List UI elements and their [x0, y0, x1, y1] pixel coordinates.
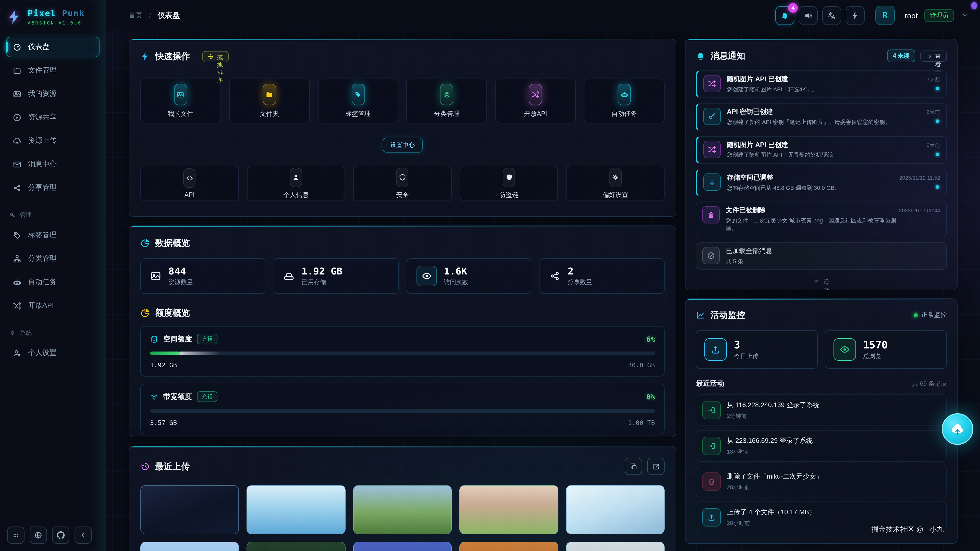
settings-tile[interactable]: 防盗链 [460, 166, 558, 201]
tile-icon [177, 91, 185, 98]
sidebar-item-icon [13, 160, 21, 168]
notification-time: 2025/11/12 00:44 [899, 207, 940, 213]
stat-value: 844 [169, 265, 193, 276]
stat-card: 1.6K 访问次数 [407, 258, 531, 294]
activity-stat-label: 今日上传 [734, 352, 759, 360]
notification-item[interactable]: 随机图片 API 已创建 您创建了随机图片 API「精选4K」。 2天前 [696, 70, 947, 98]
sidebar-item-icon [13, 254, 21, 263]
website-button[interactable] [30, 527, 47, 544]
notifications-button[interactable]: 4 [775, 6, 794, 25]
bell-icon [696, 51, 705, 61]
upload-thumbnail[interactable] [566, 485, 665, 534]
notification-item[interactable]: 已加载全部消息 共 5 条 [696, 242, 947, 270]
sidebar-item-label: 标签管理 [28, 230, 57, 240]
notification-title: 已加载全部消息 [726, 247, 772, 256]
settings-tile[interactable]: 个人信息 [247, 166, 345, 201]
tile-icon [531, 91, 539, 98]
notification-item[interactable]: API 密钥已创建 您创建了新的 API 密钥「笔记上传图片」。请妥善保管您的密… [696, 103, 947, 131]
sidebar-item[interactable]: 我的资源 [6, 84, 100, 104]
upload-thumbnail[interactable] [566, 542, 665, 551]
notification-description: 您创建了随机图片 API「无畏契约随机壁纸」。 [727, 151, 844, 159]
quick-action-tile[interactable]: 标签管理 [318, 79, 398, 124]
sidebar-item-label: 个人设置 [28, 348, 57, 358]
upload-thumbnail[interactable] [460, 485, 558, 534]
notification-icon [707, 211, 715, 219]
breadcrumb-home[interactable]: 首页 [129, 11, 142, 20]
activity-time: 28小时前 [727, 519, 816, 527]
sidebar-item[interactable]: 仪表盘 [6, 37, 100, 57]
role-badge: 管理员 [924, 9, 954, 22]
tile-label: 自动任务 [611, 110, 637, 118]
quota-card: 带宽额度 充裕 0% 3.57 GB 1.00 TB [140, 384, 665, 434]
quota-name: 空间额度 [163, 334, 192, 344]
username: root [904, 11, 918, 20]
chevron-down-icon[interactable] [962, 12, 969, 19]
quota-progress-shimmer [180, 351, 221, 355]
open-external-button[interactable] [647, 457, 665, 475]
quick-action-tile[interactable]: 自动任务 [584, 79, 665, 124]
external-link-icon [652, 462, 660, 470]
announcements-button[interactable] [799, 6, 818, 25]
tile-icon [186, 174, 193, 182]
sidebar-item[interactable]: 分享管理 [6, 178, 100, 198]
app-logo: Pixel Punk VERSION V1.0.0 [0, 0, 106, 30]
sidebar-item[interactable]: 个人设置 [6, 343, 100, 363]
sidebar-item[interactable]: 标签管理 [6, 225, 100, 245]
stat-value: 2 [568, 265, 592, 276]
quick-action-tile[interactable]: 分类管理 [407, 79, 487, 124]
upload-thumbnail[interactable] [353, 485, 452, 534]
settings-tile[interactable]: API [140, 166, 239, 201]
settings-tile[interactable]: 偏好设置 [566, 166, 665, 201]
drag-sort-badge[interactable]: 拖拽排序 [202, 51, 229, 62]
sidebar-item[interactable]: 文件管理 [6, 60, 100, 81]
quick-action-tile[interactable]: 文件夹 [229, 79, 310, 124]
bell-icon [780, 11, 789, 20]
activity-time: 28小时前 [727, 484, 823, 491]
sidebar-section-admin: 管理 [9, 211, 97, 219]
github-button[interactable] [52, 527, 69, 544]
stat-label: 资源数量 [169, 278, 193, 287]
theme-toggle-button[interactable] [846, 6, 865, 25]
quick-action-tile[interactable]: 我的文件 [140, 79, 221, 124]
quota-used: 3.57 GB [150, 419, 177, 427]
sidebar-item-label: 文件管理 [28, 66, 57, 75]
sidebar-item[interactable]: 开放API [6, 295, 100, 316]
notification-description: 您创建了随机图片 API「精选4K」。 [727, 86, 818, 94]
copy-button[interactable] [625, 457, 642, 475]
notification-item[interactable]: 文件已被删除 您的文件「二次元美少女-城市夜景.png」因违反社区规则被管理员删… [696, 202, 947, 237]
upload-thumbnail[interactable] [460, 542, 558, 551]
view-all-button[interactable]: 查看全部 [920, 50, 947, 62]
upload-fab-button[interactable] [942, 413, 974, 445]
upload-thumbnail[interactable] [353, 542, 452, 551]
quota-icon [150, 392, 158, 401]
stat-card: 2 分享数量 [540, 258, 665, 294]
sidebar-item-icon [13, 43, 21, 51]
upload-thumbnail[interactable] [140, 485, 239, 534]
sidebar-item[interactable]: 自动任务 [6, 272, 100, 292]
notification-title: API 密钥已创建 [727, 108, 891, 117]
upload-thumbnail[interactable] [247, 485, 345, 534]
avatar[interactable]: R [875, 6, 895, 25]
tile-label: 个人信息 [283, 191, 309, 199]
apps-grid-button[interactable] [7, 527, 24, 544]
language-button[interactable] [822, 6, 841, 25]
sidebar-item[interactable]: 消息中心 [6, 154, 100, 175]
settings-tile[interactable]: 安全 [353, 166, 452, 201]
activity-icon [708, 406, 716, 414]
notification-icon-box [703, 108, 721, 125]
sidebar-item[interactable]: 资源共享 [6, 107, 100, 127]
quick-action-tile[interactable]: 开放API [495, 79, 576, 124]
notification-item[interactable]: 存储空间已调整 您的存储空间已从 48.8 GB 调整到 30.0 GB。 20… [696, 169, 947, 197]
settings-center-chip[interactable]: 设置中心 [383, 138, 422, 152]
upload-thumbnail[interactable] [140, 542, 239, 551]
notification-icon [708, 113, 716, 121]
tile-icon [292, 173, 300, 181]
quota-name: 带宽额度 [163, 392, 192, 401]
notification-item[interactable]: 随机图片 API 已创建 您创建了随机图片 API「无畏契约随机壁纸」。 6天前 [696, 136, 947, 164]
sidebar-item[interactable]: 分类管理 [6, 248, 100, 269]
sidebar-item[interactable]: 资源上传 [6, 130, 100, 151]
upload-thumbnail[interactable] [247, 542, 345, 551]
tile-icon-pill [529, 84, 542, 105]
tile-icon-pill [609, 168, 621, 187]
collapse-sidebar-button[interactable] [75, 527, 92, 544]
